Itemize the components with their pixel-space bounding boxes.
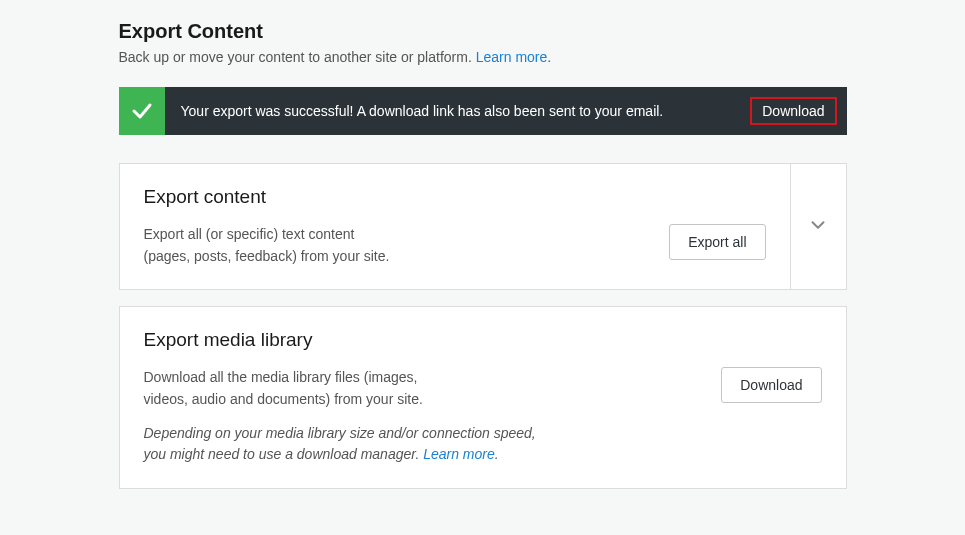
page-title: Export Content: [119, 20, 847, 43]
media-learn-more-link[interactable]: Learn more: [423, 446, 495, 462]
media-note-line1: Depending on your media library size and…: [144, 425, 536, 441]
export-media-desc-line2: videos, audio and documents) from your s…: [144, 391, 423, 407]
media-note-suffix: .: [495, 446, 499, 462]
export-content-desc-line1: Export all (or specific) text content: [144, 226, 355, 242]
chevron-down-icon: [807, 214, 829, 240]
media-note-line2: you might need to use a download manager…: [144, 446, 424, 462]
export-media-card: Export media library Download all the me…: [119, 306, 847, 489]
success-notice: Your export was successful! A download l…: [119, 87, 847, 135]
export-content-desc-line2: (pages, posts, feedback) from your site.: [144, 248, 390, 264]
learn-more-link[interactable]: Learn more: [476, 49, 548, 65]
page-subtitle: Back up or move your content to another …: [119, 49, 847, 65]
export-content-card: Export content Export all (or specific) …: [119, 163, 847, 290]
expand-toggle[interactable]: [790, 164, 846, 289]
download-button[interactable]: Download: [750, 97, 836, 125]
export-media-note: Depending on your media library size and…: [144, 423, 536, 466]
check-icon: [119, 87, 165, 135]
export-content-desc: Export all (or specific) text content (p…: [144, 224, 390, 267]
export-media-title: Export media library: [144, 329, 822, 351]
subtitle-suffix: .: [547, 49, 551, 65]
export-media-desc-line1: Download all the media library files (im…: [144, 369, 418, 385]
notice-message: Your export was successful! A download l…: [165, 87, 751, 135]
download-media-button[interactable]: Download: [721, 367, 821, 403]
export-all-button[interactable]: Export all: [669, 224, 765, 260]
export-content-title: Export content: [144, 186, 766, 208]
export-media-desc: Download all the media library files (im…: [144, 367, 536, 410]
subtitle-text: Back up or move your content to another …: [119, 49, 476, 65]
